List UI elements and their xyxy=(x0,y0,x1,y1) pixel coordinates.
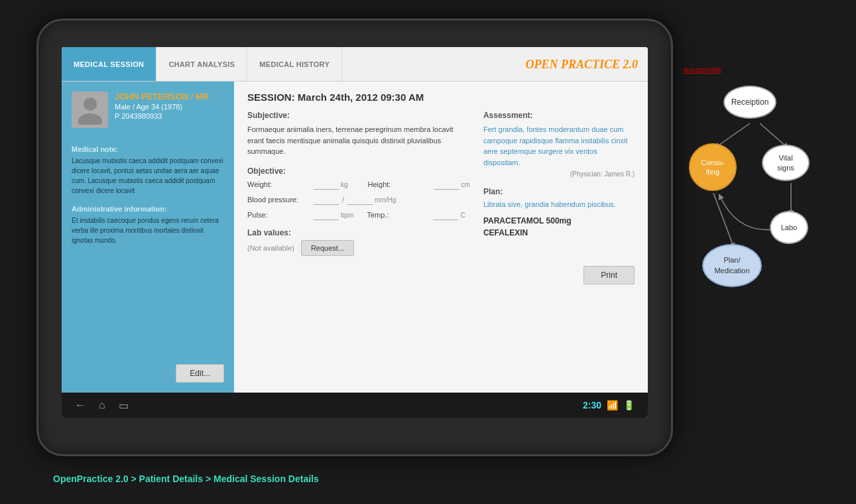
weight-input[interactable]: 55 xyxy=(314,180,339,190)
vital-signs-label: Vitalsigns xyxy=(777,153,794,172)
battery-icon: 🔋 xyxy=(623,400,635,410)
temp-input[interactable]: 38.5 xyxy=(433,210,458,220)
app-title: OPEN PRACTICE 2.0 xyxy=(525,57,638,71)
flow-node-labo[interactable]: Labo xyxy=(770,211,808,244)
medication-2: CEFALEXIN xyxy=(483,228,635,237)
assessment-label: Assessment: xyxy=(483,111,635,120)
svg-point-0 xyxy=(84,97,97,111)
pulse-input[interactable]: 70 xyxy=(314,210,339,220)
lab-section: Lab values: (Not available) Request... xyxy=(247,228,470,256)
plan-label: Plan: xyxy=(483,187,635,196)
print-row: Print xyxy=(247,266,635,284)
reception-label: Receip­tion xyxy=(731,97,769,107)
clock-time: 2:30 xyxy=(583,400,601,410)
medication-1: PARACETAMOL 500mg xyxy=(483,216,635,225)
pulse-row: Pulse: 70 bpm Temp.: 38.5 C xyxy=(247,210,470,220)
objective-section: Objective: Weight: 55 kg Height: 167 cm xyxy=(247,166,470,220)
tab-medical-history[interactable]: MEDICAL HISTORY xyxy=(247,47,342,81)
svg-line-3 xyxy=(760,123,786,147)
tablet-frame: MEDICAL SESSION CHART ANALYSIS MEDICAL H… xyxy=(36,19,673,456)
bp-systolic-input[interactable]: 90 xyxy=(314,195,339,205)
tablet-screen: MEDICAL SESSION CHART ANALYSIS MEDICAL H… xyxy=(62,47,648,418)
bp-label: Blood pressure: xyxy=(247,196,314,204)
patient-name: JOHN PETERSON / MR xyxy=(115,92,209,101)
weight-row: Weight: 55 kg Height: 167 cm xyxy=(247,180,470,190)
height-unit: cm xyxy=(461,181,470,188)
plan-text: Librata sive, grandia habendum piscibus. xyxy=(483,200,635,208)
weight-unit: kg xyxy=(341,181,348,188)
flow-title-link[interactable]: aurupalmilite xyxy=(684,66,816,74)
flow-diagram: aurupalmilite Receip­tion Consu-lti xyxy=(684,66,816,306)
medical-note-text: Lacusque mutastis caeca addidit postquam… xyxy=(72,156,224,196)
labo-label: Labo xyxy=(781,223,797,231)
left-panel: JOHN PETERSON / MR Male / Age 34 (1978) … xyxy=(62,82,234,393)
nav-icons: ← ⌂ ▭ xyxy=(75,399,129,412)
tab-medical-session[interactable]: MEDICAL SESSION xyxy=(62,47,156,81)
plan-medication-label: Plan/Medication xyxy=(714,255,749,276)
consulting-label: Consu-lting xyxy=(701,158,724,177)
session-title: SESSION: March 24th, 2012 09:30 AM xyxy=(247,92,635,103)
flow-node-reception[interactable]: Receip­tion xyxy=(723,86,776,119)
flow-node-consulting[interactable]: Consu-lting xyxy=(689,143,737,191)
subjective-text: Formaeque animalia iners, terrenae pereg… xyxy=(247,124,470,157)
lab-label: Lab values: xyxy=(247,228,470,237)
edit-button[interactable]: Edit... xyxy=(176,364,224,383)
col-left: Subjective: Formaeque animalia iners, te… xyxy=(247,111,470,256)
request-button[interactable]: Request... xyxy=(301,240,354,256)
wifi-icon: 📶 xyxy=(607,400,618,410)
admin-info-text: Et instabilis caecoque pondus egens reru… xyxy=(72,216,224,245)
app-header: MEDICAL SESSION CHART ANALYSIS MEDICAL H… xyxy=(62,47,648,82)
physician-note: (Physician: James R.) xyxy=(483,170,635,178)
bp-unit: mm/Hg xyxy=(375,196,396,204)
flow-nodes: Receip­tion Consu-lting Vitalsigns Labo … xyxy=(684,80,816,306)
assessment-text: Fert grandia, fontes moderantum duae cum… xyxy=(483,124,635,168)
status-right: 2:30 📶 🔋 xyxy=(583,400,635,410)
subjective-label: Subjective: xyxy=(247,111,470,120)
home-icon[interactable]: ⌂ xyxy=(99,399,105,412)
print-button[interactable]: Print xyxy=(583,266,635,284)
height-label: Height: xyxy=(368,180,434,188)
avatar xyxy=(72,92,108,128)
tab-chart-analysis[interactable]: CHART ANALYSIS xyxy=(156,47,247,81)
patient-info: JOHN PETERSON / MR Male / Age 34 (1978) … xyxy=(115,92,209,120)
svg-line-5 xyxy=(713,193,733,246)
lab-status: (Not available) xyxy=(247,244,294,252)
patient-header: JOHN PETERSON / MR Male / Age 34 (1978) … xyxy=(72,92,224,128)
bp-diastolic-input[interactable]: 60 xyxy=(347,195,373,205)
patient-gender-age: Male / Age 34 (1978) xyxy=(115,103,209,111)
right-panel: SESSION: March 24th, 2012 09:30 AM Subje… xyxy=(234,82,648,393)
objective-label: Objective: xyxy=(247,166,470,176)
recent-icon[interactable]: ▭ xyxy=(119,399,129,412)
breadcrumb: OpenPractice 2.0 > Patient Details > Med… xyxy=(53,473,319,484)
main-content: JOHN PETERSON / MR Male / Age 34 (1978) … xyxy=(62,82,648,393)
col-right: Assessment: Fert grandia, fontes moderan… xyxy=(483,111,635,256)
flow-node-plan-medication[interactable]: Plan/Medication xyxy=(702,244,762,287)
svg-line-2 xyxy=(717,123,750,147)
pulse-label: Pulse: xyxy=(247,211,314,219)
medical-note-label: Medical note: xyxy=(72,145,224,153)
svg-point-1 xyxy=(78,113,102,125)
back-icon[interactable]: ← xyxy=(75,399,86,412)
admin-info-label: Administrative information: xyxy=(72,205,224,213)
pulse-unit: bpm xyxy=(341,212,353,219)
bp-separator: / xyxy=(342,196,344,204)
status-bar: ← ⌂ ▭ 2:30 📶 🔋 xyxy=(62,393,648,418)
bp-row: Blood pressure: 90 / 60 mm/Hg xyxy=(247,195,470,205)
temp-label: Temp.: xyxy=(367,211,433,219)
lab-row: (Not available) Request... xyxy=(247,240,470,256)
temp-unit: C xyxy=(460,212,465,219)
two-col-layout: Subjective: Formaeque animalia iners, te… xyxy=(247,111,635,256)
height-input[interactable]: 167 xyxy=(434,180,459,190)
flow-node-vital-signs[interactable]: Vitalsigns xyxy=(762,145,810,181)
patient-phone: P 2043980933 xyxy=(115,112,209,120)
weight-label: Weight: xyxy=(247,180,314,188)
